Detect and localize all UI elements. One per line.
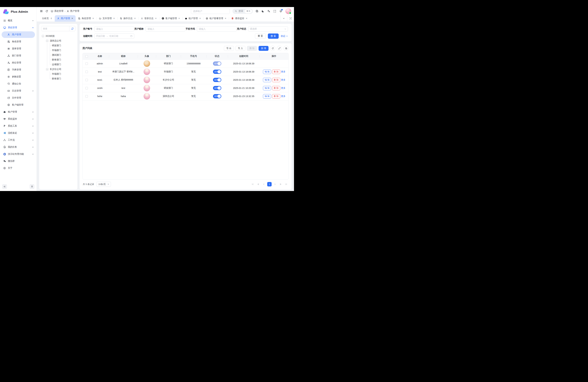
sidebar-item-my-tasks[interactable]: 我的任务 xyxy=(0,144,37,150)
sidebar-item-system-monitor[interactable]: 系统监控 xyxy=(0,116,37,122)
reset-button[interactable]: 重 置 xyxy=(255,34,266,39)
tab-file-management[interactable]: 文件管理 ✕ xyxy=(97,15,117,21)
more-actions-link[interactable]: 更多 xyxy=(281,70,286,73)
tree-leaf[interactable]: 研发部门 xyxy=(41,43,75,48)
tree-leaf[interactable]: 市场部门 xyxy=(41,72,75,76)
sidebar-item-user-management[interactable]: 用户管理 xyxy=(2,31,35,38)
dark-mode-moon-icon[interactable] xyxy=(261,10,264,13)
breadcrumb-current[interactable]: 用户管理 xyxy=(67,10,79,13)
more-actions-link[interactable]: 更多 xyxy=(281,95,286,97)
refresh-page-icon[interactable] xyxy=(45,10,48,13)
date-range-picker[interactable]: 开始日期 → 结束日期 xyxy=(94,34,134,39)
close-icon[interactable]: ✕ xyxy=(71,17,73,20)
tab-operation-log[interactable]: 操作日志 ✕ xyxy=(117,15,138,21)
tree-refresh-button[interactable] xyxy=(69,26,75,31)
sidebar-item-notice[interactable]: 通知公告 xyxy=(0,81,37,87)
search-button[interactable]: 搜 索 xyxy=(268,34,279,39)
fullscreen-icon[interactable] xyxy=(273,10,276,13)
delete-button[interactable]: 删 除 xyxy=(247,46,257,51)
hamburger-menu-icon[interactable] xyxy=(40,10,43,13)
close-icon[interactable]: ✕ xyxy=(246,17,248,20)
next-page-button[interactable] xyxy=(273,182,277,186)
sidebar-item-post-management[interactable]: 岗位管理 xyxy=(0,60,37,66)
status-toggle[interactable]: 启用 xyxy=(213,94,221,98)
sidebar-item-system-tools[interactable]: 系统工具 xyxy=(0,123,37,129)
close-icon[interactable]: ✕ xyxy=(225,17,226,20)
sidebar-item-log-management[interactable]: DEV 日志管理 xyxy=(0,87,37,94)
edit-button[interactable]: 编 辑 xyxy=(263,94,271,99)
row-checkbox[interactable] xyxy=(85,95,88,98)
first-page-button[interactable] xyxy=(251,182,255,186)
sidebar-item-parameter-settings[interactable]: 参数设置 xyxy=(0,74,37,80)
collapse-node-icon[interactable] xyxy=(42,35,44,37)
tabs-dropdown-button[interactable] xyxy=(280,15,287,21)
tenant-select-input[interactable] xyxy=(191,8,230,14)
settings-gear-icon[interactable] xyxy=(255,10,258,13)
sidebar-item-workflow[interactable]: 工作流 xyxy=(0,137,37,143)
sidebar-item-role-management[interactable]: 角色管理 xyxy=(0,38,37,45)
status-select[interactable]: 请选择 xyxy=(248,26,288,32)
page-size-select[interactable]: 10条/页 xyxy=(97,182,111,187)
tree-node-branch[interactable]: 长沙分公司 xyxy=(41,67,75,72)
translate-icon[interactable] xyxy=(267,10,270,13)
sidebar-item-menu-management[interactable]: 菜单管理 xyxy=(0,45,37,52)
edit-button[interactable]: 编 辑 xyxy=(263,86,271,90)
add-button[interactable]: 新 增 xyxy=(259,46,269,51)
notifications-bell-icon[interactable] xyxy=(279,10,282,13)
tab-cache-monitor[interactable]: 缓存监控 ✕ xyxy=(229,15,250,21)
tree-leaf[interactable]: 财务部门 xyxy=(41,76,75,81)
pin-icon[interactable] xyxy=(50,18,52,20)
tree-search-input[interactable] xyxy=(41,26,69,31)
import-button[interactable]: 导 入 xyxy=(235,46,246,51)
pin-sidebar-button[interactable] xyxy=(30,184,34,189)
account-input[interactable] xyxy=(94,26,134,32)
status-toggle[interactable]: 启用 xyxy=(213,62,221,66)
sidebar-item-system-management[interactable]: 系统管理 xyxy=(0,24,37,31)
collapse-node-icon[interactable] xyxy=(46,68,48,70)
row-checkbox[interactable] xyxy=(85,71,88,73)
close-icon[interactable]: ✕ xyxy=(134,17,136,20)
last-page-button[interactable] xyxy=(284,182,288,186)
column-settings-button[interactable] xyxy=(284,46,289,51)
user-avatar[interactable] xyxy=(285,8,291,14)
phone-input[interactable] xyxy=(197,26,237,32)
delete-row-button[interactable]: 删 除 xyxy=(272,70,280,74)
breadcrumb-system[interactable]: 系统管理 xyxy=(51,10,63,13)
back-five-pages-button[interactable] xyxy=(256,182,260,186)
expand-table-button[interactable] xyxy=(277,46,282,51)
tree-leaf[interactable]: 市场部门 xyxy=(41,48,75,53)
tree-node-root[interactable]: XXX科技 xyxy=(41,34,75,38)
export-button[interactable]: 导 出 xyxy=(224,46,234,51)
row-checkbox[interactable] xyxy=(85,63,88,65)
page-number-button[interactable]: 1 xyxy=(267,182,272,186)
previous-page-button[interactable] xyxy=(262,182,266,186)
forward-five-pages-button[interactable] xyxy=(278,182,283,186)
status-toggle[interactable]: 启用 xyxy=(213,70,221,74)
more-actions-link[interactable]: 更多 xyxy=(281,87,286,89)
close-icon[interactable]: ✕ xyxy=(113,17,115,20)
refresh-table-button[interactable] xyxy=(270,46,275,51)
edit-button[interactable]: 编 辑 xyxy=(263,78,271,82)
close-icon[interactable]: ✕ xyxy=(92,17,94,20)
more-actions-link[interactable]: 更多 xyxy=(281,79,286,81)
status-toggle[interactable]: 启用 xyxy=(213,86,221,90)
sidebar-item-tenant-management[interactable]: 租户管理 xyxy=(0,109,37,115)
row-checkbox[interactable] xyxy=(85,79,88,81)
edit-button[interactable]: 编 辑 xyxy=(263,70,271,74)
tree-leaf[interactable]: 测试部门 xyxy=(41,53,75,57)
nickname-input[interactable] xyxy=(146,26,185,32)
sidebar-item-department-management[interactable]: 部门管理 xyxy=(0,52,37,59)
content-fullscreen-button[interactable] xyxy=(287,15,294,21)
sidebar-item-overview[interactable]: 概览 xyxy=(0,17,37,24)
tab-login-log[interactable]: 登录日志 ✕ xyxy=(138,15,159,21)
close-icon[interactable]: ✕ xyxy=(199,17,201,20)
collapse-sidebar-button[interactable] xyxy=(2,184,7,189)
delete-row-button[interactable]: 删 除 xyxy=(272,78,280,82)
close-icon[interactable]: ✕ xyxy=(178,17,180,20)
tab-tenant-management[interactable]: 租户管理 ✕ xyxy=(182,15,203,21)
select-all-checkbox[interactable] xyxy=(85,55,88,58)
sidebar-item-about[interactable]: 关于 xyxy=(0,165,37,171)
delete-row-button[interactable]: 删 除 xyxy=(272,86,280,90)
tree-leaf[interactable]: 运维部门 xyxy=(41,62,75,67)
sidebar-item-process-start[interactable]: 流程发起 xyxy=(0,130,37,136)
